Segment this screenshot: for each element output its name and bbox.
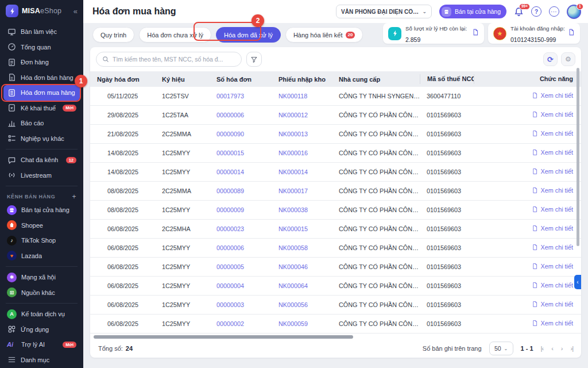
branch-selector[interactable]: VĂN PHÒNG ĐẠI DIỆN CÔN... ⌄ (336, 5, 432, 18)
sidebar-item-tiktok-shop[interactable]: ♪ TikTok Shop (3, 233, 80, 248)
view-detail-link[interactable]: Xem chi tiết (532, 244, 573, 251)
col-header-phieu-nhap-kho[interactable]: Phiếu nhập kho (272, 76, 332, 83)
side-panel-toggle[interactable]: ‹ (574, 275, 581, 289)
sidebar-item-mang-xa-hoi[interactable]: ✱ Mạng xã hội (3, 270, 80, 285)
receipt-number-link[interactable]: NK000016 (278, 150, 308, 156)
receipt-number-link[interactable]: NK000058 (278, 244, 308, 251)
filter-button[interactable] (246, 52, 262, 67)
invoice-number-link[interactable]: 00000002 (216, 320, 244, 327)
sidebar-item-ke-khai-thue[interactable]: Kê khai thuế Mới (3, 101, 80, 116)
sidebar-item-tong-quan[interactable]: Tổng quan (3, 40, 80, 55)
invoice-number-link[interactable]: 00000006 (216, 244, 244, 251)
col-header-nha-cung-cap[interactable]: Nhà cung cấp (332, 76, 420, 83)
next-page-button[interactable]: › (561, 345, 563, 352)
cell-tax-code: 0101569603 (420, 168, 474, 175)
col-header-ngay-hoa-don[interactable]: Ngày hóa đơn (90, 76, 155, 83)
sidebar-item-ban-lam-viec[interactable]: Bàn làm việc (3, 24, 80, 40)
invoice-number-link[interactable]: 00000006 (216, 112, 244, 118)
receipt-number-link[interactable]: NK000056 (278, 301, 308, 308)
table-row: 06/08/2025 1C25MYY 00000004 NK000064 CÔN… (90, 277, 581, 296)
receipt-number-link[interactable]: NK000012 (278, 112, 308, 118)
sidebar-item-chat-da-kenh[interactable]: Chat đa kênh 12 (3, 152, 80, 168)
invoice-number-link[interactable]: 00000015 (216, 150, 244, 156)
horizontal-scrollbar-thumb[interactable] (94, 335, 353, 339)
receipt-number-link[interactable]: NK000064 (278, 282, 308, 289)
sidebar-item-ung-dung[interactable]: Ứng dụng (3, 322, 80, 338)
invoice-number-link[interactable]: 00000089 (216, 187, 244, 194)
feedback-button[interactable]: ··· (549, 6, 559, 17)
view-detail-link[interactable]: Xem chi tiết (532, 187, 573, 194)
sidebar-item-livestream[interactable]: Livestream (3, 168, 80, 183)
last-page-button[interactable]: ›| (570, 345, 573, 352)
view-detail-link[interactable]: Xem chi tiết (532, 206, 573, 213)
view-detail-link[interactable]: Xem chi tiết (532, 149, 573, 156)
sidebar-item-tro-ly-ai[interactable]: Ai Trợ lý AI Mới (3, 337, 80, 352)
tab-hoa-don-da-xu-ly[interactable]: Hóa đơn đã xử lý (216, 27, 281, 43)
sidebar-item-bao-cao[interactable]: Báo cáo (3, 116, 80, 131)
invoice-number-link[interactable]: 00000009 (216, 206, 244, 213)
sidebar-item-nguon-khac[interactable]: ⊞ Nguồn khác (3, 285, 80, 301)
column-settings-button[interactable]: ⚙ (561, 52, 575, 66)
view-detail-link[interactable]: Xem chi tiết (532, 320, 573, 327)
receipt-number-link[interactable]: NK000013 (278, 131, 308, 137)
view-detail-link[interactable]: Xem chi tiết (532, 168, 573, 175)
view-detail-link[interactable]: Xem chi tiết (532, 130, 573, 137)
vertical-scrollbar-thumb[interactable] (577, 68, 579, 246)
invoice-number-link[interactable]: 00017973 (216, 93, 244, 99)
add-channel-icon[interactable]: + (72, 193, 76, 201)
receipt-number-link[interactable]: NK000017 (278, 187, 308, 194)
col-header-so-hoa-don[interactable]: Số hóa đơn (210, 76, 272, 83)
invoice-number-link[interactable]: 00000090 (216, 131, 244, 137)
refresh-button[interactable]: ⟳ (543, 52, 558, 66)
view-detail-link[interactable]: Xem chi tiết (532, 111, 573, 118)
cell-supplier: CÔNG TY CỔ PHẦN CÔNG ... (332, 244, 420, 251)
view-detail-link[interactable]: Xem chi tiết (532, 263, 573, 270)
cell-supplier: CÔNG TY CỔ PHẦN CÔNG ... (332, 320, 420, 327)
invoice-number-link[interactable]: 00000014 (216, 168, 244, 175)
tab-hang-hoa-lien-ket[interactable]: Hàng hóa liên kết 20 (285, 27, 363, 43)
copy-icon[interactable] (471, 28, 479, 39)
tab-hoa-don-chua-xu-ly[interactable]: Hóa đơn chưa xử lý (139, 27, 211, 43)
sidebar-item-don-hang[interactable]: Đơn hàng (3, 55, 80, 70)
invoice-number-link[interactable]: 00000023 (216, 225, 244, 232)
col-header-ma-so-thue[interactable]: Mã số thuế NCC (420, 74, 474, 84)
invoice-number-link[interactable]: 00000005 (216, 263, 244, 270)
sidebar-item-ban-tai-cua-hang[interactable]: Bán tại cửa hàng (3, 202, 80, 218)
page-size-select[interactable]: 50 ⌄ (489, 342, 513, 355)
view-detail-link[interactable]: Xem chi tiết (532, 282, 573, 289)
prev-page-button[interactable]: ‹ (551, 345, 553, 352)
sidebar-item-danh-muc[interactable]: Danh mục (3, 352, 80, 368)
view-detail-link[interactable]: Xem chi tiết (532, 92, 573, 99)
first-page-button[interactable]: |‹ (541, 345, 544, 352)
sidebar-item-shopee[interactable]: Shopee (3, 218, 80, 233)
pos-sale-button[interactable]: Bán tại cửa hàng (439, 5, 506, 18)
view-detail-link[interactable]: Xem chi tiết (532, 225, 573, 232)
help-button[interactable]: ? (531, 6, 541, 17)
tax-icon (7, 103, 16, 113)
page-range: 1 - 1 (521, 345, 533, 352)
col-header-ky-hieu[interactable]: Ký hiệu (155, 76, 210, 83)
avatar[interactable]: 1 (567, 5, 581, 19)
sidebar-collapse-icon[interactable]: « (74, 7, 78, 16)
invoice-number-link[interactable]: 00000004 (216, 282, 244, 289)
cell-symbol: 1C25TAA (155, 112, 210, 118)
sidebar-item-hoa-don-ban-hang[interactable]: Hóa đơn bán hàng (3, 70, 80, 86)
receipt-number-link[interactable]: NK000038 (278, 206, 308, 213)
copy-icon[interactable] (567, 28, 575, 39)
receipt-number-link[interactable]: NK000046 (278, 263, 308, 270)
sidebar-item-nghiep-vu-khac[interactable]: Nghiệp vụ khác (3, 131, 80, 147)
search-input[interactable] (113, 56, 235, 63)
sidebar-item-ke-toan-dich-vu[interactable]: A Kế toán dịch vụ (3, 306, 80, 322)
receipt-number-link[interactable]: NK000059 (278, 320, 308, 327)
tab-quy-trinh[interactable]: Quy trình (92, 27, 134, 43)
receipt-number-link[interactable]: NK000015 (278, 225, 308, 232)
sidebar-item-lazada[interactable]: ♥ Lazada (3, 248, 80, 264)
receipt-number-link[interactable]: NK000014 (278, 168, 308, 175)
notifications-button[interactable]: 99+ (514, 7, 524, 17)
pager-buttons: |‹ ‹ › ›| (541, 345, 573, 352)
view-detail-link[interactable]: Xem chi tiết (532, 301, 573, 308)
receipt-number-link[interactable]: NK000118 (278, 93, 307, 99)
invoice-number-link[interactable]: 00000003 (216, 301, 244, 308)
sidebar-item-hoa-don-mua-hang[interactable]: Hóa đơn mua hàng (3, 85, 80, 101)
col-header-chuc-nang[interactable]: Chức năng (474, 74, 581, 84)
